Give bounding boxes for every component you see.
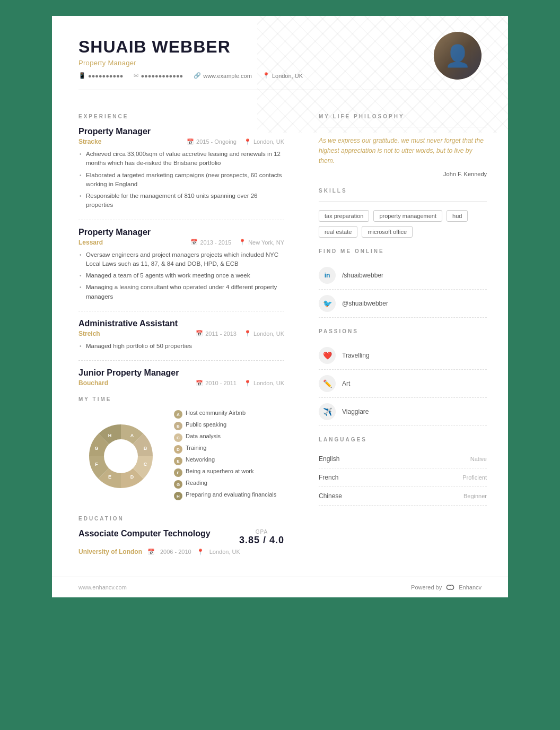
svg-text:A: A (130, 433, 134, 438)
exp-title-3: Administrative Assistant (78, 319, 284, 328)
contact-info: 📱 ●●●●●●●●●● ✉ ●●●●●●●●●●●● 🔗 www.exampl… (78, 72, 489, 79)
passion-viaggiare: ✈️ Viaggiare (319, 398, 487, 426)
bullet-2-2: Managed a team of 5 agents with work mee… (78, 271, 284, 280)
legend-label-G: Reading (186, 480, 207, 486)
contact-location: 📍 London, UK (262, 72, 303, 79)
legend-item-C: C Data analysis (174, 433, 276, 442)
linkedin-handle: /shuaibwebber (342, 272, 383, 279)
svg-text:F: F (95, 462, 98, 467)
skill-1: tax preparation (319, 210, 369, 222)
svg-text:G: G (94, 446, 98, 451)
passion-label-viaggiare: Viaggiare (342, 408, 369, 415)
skills-tags: tax preparation property management hud … (319, 210, 487, 238)
exp-company-4: Bouchard (78, 379, 108, 387)
legend-label-A: Host community Airbnb (186, 410, 246, 416)
exp-bullets-2: Oversaw engineers and project managers p… (78, 250, 284, 301)
email-icon: ✉ (134, 72, 138, 79)
bullet-3-1: Managed high portfolio of 50 properties (78, 342, 284, 351)
experience-item-2: Property Manager Lessard 📅 2013 - 2015 📍… (78, 228, 284, 301)
language-english: English Native (319, 450, 487, 468)
experience-item-3: Administrative Assistant Streich 📅 2011 … (78, 319, 284, 351)
passion-label-art: Art (342, 380, 350, 387)
avatar-image (434, 32, 482, 80)
lang-level-french: Proficient (462, 474, 487, 481)
exp-company-1: Stracke (78, 138, 101, 145)
footer: www.enhancv.com Powered by Enhancv (52, 577, 508, 597)
contact-email: ✉ ●●●●●●●●●●●● (134, 72, 183, 79)
language-french: French Proficient (319, 468, 487, 487)
my-time-section: MY TIME (78, 396, 284, 503)
legend-item-B: B Public speaking (174, 421, 276, 430)
footer-website: www.enhancv.com (78, 584, 127, 590)
edu-dates: 2006 - 2010 (160, 549, 191, 555)
contact-website: 🔗 www.example.com (194, 72, 252, 79)
avatar (434, 32, 482, 80)
location-icon: 📍 (262, 72, 270, 79)
exp-dates-1: 📅 2015 - Ongoing (187, 138, 237, 145)
skills-divider (319, 201, 487, 202)
languages-section: LANGUAGES English Native French Proficie… (319, 437, 487, 506)
svg-point-0 (104, 439, 138, 473)
donut-chart: A B C D E F G H (78, 414, 163, 499)
exp-divider-2 (78, 311, 284, 311)
exp-bullets-3: Managed high portfolio of 50 properties (78, 342, 284, 351)
exp-details-4: 📅 2010 - 2011 📍 London, UK (196, 380, 284, 387)
education-content: Associate Computer Technology GPA 3.85 /… (78, 529, 284, 555)
online-linkedin: in /shuaibwebber (319, 262, 487, 290)
legend-label-E: Networking (186, 456, 215, 463)
edu-dates-icon: 📅 (147, 549, 155, 555)
passion-art: ✏️ Art (319, 370, 487, 398)
exp-title-2: Property Manager (78, 228, 284, 237)
brand-name: Enhancv (459, 584, 482, 590)
legend-label-D: Training (186, 445, 206, 451)
exp-dates-4: 📅 2010 - 2011 (196, 380, 237, 387)
contact-phone: 📱 ●●●●●●●●●● (78, 72, 123, 79)
legend-item-H: H Preparing and evaluating financials (174, 491, 276, 500)
exp-location-4: 📍 London, UK (244, 380, 284, 387)
legend-item-A: A Host community Airbnb (174, 410, 276, 419)
education-section-title: EDUCATION (78, 516, 284, 522)
philosophy-divider (319, 127, 487, 127)
edu-header: Associate Computer Technology GPA 3.85 /… (78, 529, 284, 546)
bullet-2-3: Managing a leasing consultant who operat… (78, 283, 284, 301)
svg-text:E: E (108, 474, 111, 480)
left-column: EXPERIENCE Property Manager Stracke 📅 20… (52, 90, 303, 577)
lang-level-chinese: Beginner (463, 493, 487, 499)
legend-letter-B: B (174, 422, 182, 430)
header: SHUAIB WEBBER Property Manager 📱 ●●●●●●●… (52, 16, 508, 90)
philosophy-section-title: MY LIFE PHILOSOPHY (319, 114, 487, 119)
passion-travelling: ❤️ Travelling (319, 342, 487, 370)
exp-details-2: 📅 2013 - 2015 📍 New York, NY (190, 239, 284, 246)
lang-name-chinese: Chinese (319, 492, 342, 500)
web-icon: 🔗 (194, 72, 201, 79)
mytime-section-title: MY TIME (78, 396, 284, 402)
linkedin-icon: in (319, 267, 336, 284)
location-icon-4: 📍 (244, 380, 251, 387)
legend-letter-H: H (174, 492, 182, 500)
legend-item-E: E Networking (174, 456, 276, 465)
location-icon-2: 📍 (239, 239, 246, 246)
experience-item-1: Property Manager Stracke 📅 2015 - Ongoin… (78, 127, 284, 210)
right-column: MY LIFE PHILOSOPHY As we express our gra… (303, 90, 508, 577)
exp-company-2: Lessard (78, 239, 103, 246)
bullet-1-2: Elaborated a targeted marketing campaign… (78, 171, 284, 189)
bullet-2-1: Oversaw engineers and project managers p… (78, 250, 284, 269)
edu-school: University of London (78, 548, 142, 555)
gpa-label: GPA (256, 529, 268, 535)
online-section-title: FIND ME ONLINE (319, 248, 487, 254)
philosophy-quote: As we express our gratitude, we must nev… (319, 136, 487, 167)
powered-by-label: Powered by (411, 584, 442, 590)
exp-details-3: 📅 2011 - 2013 📍 London, UK (196, 330, 284, 337)
exp-divider-1 (78, 220, 284, 220)
location-icon-3: 📍 (244, 330, 251, 337)
online-section: FIND ME ONLINE in /shuaibwebber 🐦 @shuai… (319, 248, 487, 318)
footer-logo: Powered by Enhancv (411, 584, 482, 591)
edu-meta: University of London 📅 2006 - 2010 📍 Lon… (78, 548, 284, 555)
exp-meta-4: Bouchard 📅 2010 - 2011 📍 London, UK (78, 379, 284, 387)
legend-item-G: G Reading (174, 480, 276, 489)
skill-3: hud (447, 210, 468, 222)
language-chinese: Chinese Beginner (319, 487, 487, 506)
legend-letter-F: F (174, 468, 182, 477)
skill-4: real estate (319, 226, 357, 238)
legend-letter-C: C (174, 433, 182, 442)
